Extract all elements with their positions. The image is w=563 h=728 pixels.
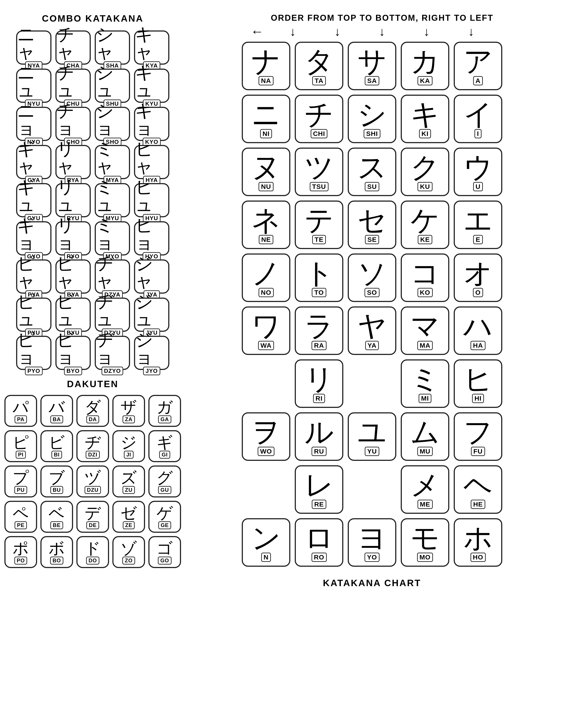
kana-char: ギュ (17, 178, 50, 214)
kana-label: MI (419, 394, 431, 403)
dakuten-card: ゾ ZO (112, 536, 145, 568)
katakana-card: レ RE (295, 465, 343, 514)
dakuten-card: ゴ GO (148, 536, 181, 568)
katakana-card: ウ U (454, 148, 502, 196)
dakuten-card: ヂ DZI (76, 430, 109, 462)
kana-char: ズ (120, 470, 137, 486)
katakana-card: ワ WA (242, 306, 290, 355)
kana-char: チョ (56, 102, 90, 137)
kana-label: RE (312, 500, 326, 509)
katakana-card: キ KI (401, 95, 449, 143)
kana-char: バ (49, 399, 65, 415)
kana-char: ゴ (156, 540, 173, 556)
kana-label: ZU (122, 486, 135, 494)
katakana-card: ラ RA (295, 306, 343, 355)
kana-label: BA (50, 415, 63, 423)
kana-char: デ (85, 505, 101, 521)
order-header: ORDER FROM TOP TO BOTTOM, RIGHT TO LEFT … (250, 13, 493, 42)
kana-label: U (473, 182, 483, 191)
kana-label: DE (86, 521, 99, 529)
dakuten-card: ジ JI (112, 430, 145, 462)
kana-label: HA (471, 341, 485, 350)
katakana-card: マ MA (401, 306, 449, 355)
katakana-card: ノ NO (242, 253, 290, 302)
combo-card: ビャ BYA (55, 259, 91, 294)
kana-char: ピュ (17, 293, 50, 328)
kana-label: N (261, 553, 271, 562)
kana-label: PE (15, 521, 27, 529)
dakuten-card: ギ GI (148, 430, 181, 462)
katakana-card: ハ HA (454, 306, 502, 355)
katakana-card: シ SHI (348, 95, 396, 143)
kana-char: ゼ (120, 505, 137, 521)
left-arrow-icon: ← (250, 24, 264, 39)
kana-char: キ (411, 100, 440, 129)
kana-label: DO (86, 557, 99, 565)
kana-label: O (473, 288, 483, 297)
kana-label: DZI (86, 451, 100, 459)
katakana-card: ム MU (401, 412, 449, 461)
kana-label: PA (15, 415, 27, 423)
down-arrow-1: ↓ (290, 24, 296, 39)
kana-char: ヤ (358, 312, 387, 340)
kana-char: ニョ (17, 102, 50, 137)
kana-label: ME (418, 500, 433, 509)
kana-label: YA (365, 341, 379, 350)
katakana-card: タ TA (295, 42, 343, 90)
kana-char: リョ (56, 216, 90, 252)
kana-char: ミャ (96, 140, 129, 175)
chart-title: KATAKANA CHART (323, 578, 421, 588)
katakana-card: ツ TSU (295, 148, 343, 196)
katakana-card: ヨ YO (348, 518, 396, 567)
kana-char: リャ (56, 140, 90, 175)
katakana-card: リ RI (295, 359, 343, 408)
kana-char: ニ (251, 100, 281, 129)
dakuten-card: ヅ DZU (76, 465, 109, 497)
combo-card: リョ RYO (55, 221, 91, 255)
down-arrow-5: ↓ (468, 24, 474, 39)
kana-label: GI (159, 451, 170, 459)
kana-char: ショ (96, 102, 129, 137)
combo-card: ヒャ HYA (134, 145, 169, 179)
kana-label: DA (86, 415, 99, 423)
down-arrow-3: ↓ (379, 24, 385, 39)
kana-char: カ (411, 47, 440, 76)
katakana-card: ア A (454, 42, 502, 90)
kana-label: WO (258, 447, 274, 456)
kana-char: ビャ (56, 255, 90, 290)
kana-label: YO (365, 553, 379, 562)
combo-card: チャ CHA (55, 30, 91, 65)
combo-card: チュ CHU (55, 69, 91, 103)
katakana-card: ス SU (348, 148, 396, 196)
kana-char: ヒ (463, 365, 493, 393)
kana-char: ピョ (17, 331, 50, 366)
kana-label: ZA (122, 415, 135, 423)
combo-card: ビュ BYU (55, 298, 91, 332)
dakuten-card: ゲ GE (148, 501, 181, 533)
katakana-card: エ E (454, 201, 502, 249)
kana-label: SHI (364, 129, 380, 138)
kana-char: ダ (85, 399, 101, 415)
katakana-card (242, 465, 290, 514)
kana-label: YU (365, 447, 379, 456)
kana-char: チ (305, 100, 334, 129)
combo-card: ギャ GYA (16, 145, 51, 179)
kana-char: ヂャ (96, 255, 129, 290)
kana-label: BU (50, 486, 63, 494)
kana-char: ム (411, 418, 440, 446)
combo-card: ヂュ DZYU (95, 298, 130, 332)
kana-char: ゲ (156, 505, 173, 521)
kana-char: コ (411, 259, 440, 287)
kana-char: ジ (120, 434, 137, 450)
kana-label: GU (158, 486, 171, 494)
combo-card: ジャ JYA (134, 259, 169, 294)
kana-char: リュ (56, 178, 90, 214)
kana-char: ビュ (56, 293, 90, 328)
kana-char: ニャ (17, 26, 50, 61)
combo-card: ピュ PYU (16, 298, 51, 332)
kana-label: JYO (143, 367, 160, 375)
kana-label: GE (158, 521, 171, 529)
kana-label: NE (259, 235, 273, 244)
kana-char: ゾ (120, 540, 137, 556)
kana-label: KO (418, 288, 433, 297)
